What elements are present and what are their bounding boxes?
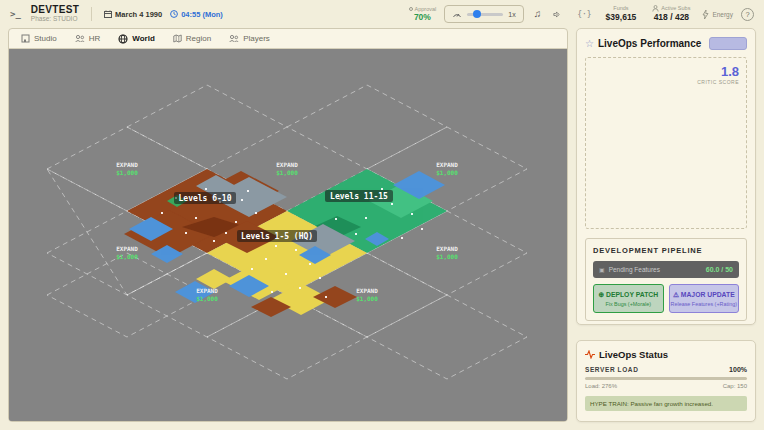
expand-cell[interactable]: EXPAND $1,000	[116, 245, 138, 260]
svg-text:$1,000: $1,000	[116, 253, 138, 260]
svg-text:$1,000: $1,000	[116, 169, 138, 176]
date-text: March 4 1990	[115, 10, 162, 19]
tab-label: Players	[243, 34, 270, 43]
svg-text:EXPAND: EXPAND	[436, 245, 458, 252]
tab-label: Studio	[34, 34, 57, 43]
deploy-patch-sublabel: Fix Bugs (+Morale)	[605, 301, 651, 307]
approval-value: 70%	[409, 12, 437, 22]
help-button[interactable]: ?	[741, 8, 754, 21]
game-speed-control[interactable]: 1x	[444, 5, 523, 23]
status-title: LiveOps Status	[599, 349, 668, 360]
bolt-icon	[702, 10, 709, 19]
people-icon	[229, 34, 239, 43]
clock-icon	[170, 10, 178, 18]
svg-text:EXPAND: EXPAND	[116, 245, 138, 252]
tab-label: Region	[186, 34, 211, 43]
expand-cell[interactable]: EXPAND $1,000	[276, 161, 298, 176]
speed-value: 1x	[508, 11, 515, 18]
deploy-patch-label: DEPLOY PATCH	[606, 291, 658, 298]
speed-slider-knob[interactable]	[473, 10, 481, 18]
svg-text:EXPAND: EXPAND	[116, 161, 138, 168]
server-load-label: SERVER LOAD	[585, 366, 638, 373]
top-bar: >_ DEVTEST Phase: STUDIO March 4 1990 04…	[0, 0, 764, 28]
liveops-status-card: LiveOps Status SERVER LOAD 100% Load: 27…	[576, 340, 756, 422]
hype-train-badge: HYPE TRAIN: Passive fan growth increased…	[585, 396, 747, 411]
date-display: March 4 1990	[104, 10, 162, 19]
performance-chart-panel: 1.8 CRITIC SCORE	[585, 57, 747, 229]
load-detail: Load: 276%	[585, 383, 617, 389]
development-pipeline-panel: DEVELOPMENT PIPELINE ▣ Pending Features …	[585, 238, 747, 321]
svg-text:$1,000: $1,000	[436, 169, 458, 176]
activity-pulse-icon	[585, 350, 595, 359]
world-panel: Studio HR World Regi	[8, 28, 568, 422]
game-title-block: DEVTEST Phase: STUDIO	[31, 5, 79, 22]
funds-value: $39,615	[606, 12, 637, 23]
gauge-icon	[452, 10, 462, 19]
tab-label: HR	[89, 34, 101, 43]
map-icon	[173, 34, 182, 43]
svg-text:$1,000: $1,000	[356, 295, 378, 302]
world-map-canvas: EXPAND $1,000 EXPAND $1,000 EXPAND $1,00…	[9, 49, 567, 422]
world-map[interactable]: EXPAND $1,000 EXPAND $1,000 EXPAND $1,00…	[9, 49, 567, 422]
svg-text:EXPAND: EXPAND	[196, 287, 218, 294]
svg-text:$1,000: $1,000	[436, 253, 458, 260]
svg-text:EXPAND: EXPAND	[356, 287, 378, 294]
major-update-button[interactable]: ⚠ MAJOR UPDATE Release Features (+Rating…	[669, 284, 740, 313]
expand-cell[interactable]: EXPAND $1,000	[196, 287, 218, 302]
expand-cell[interactable]: EXPAND $1,000	[436, 161, 458, 176]
performance-action-button[interactable]	[709, 37, 747, 50]
feature-box-icon: ▣	[599, 266, 605, 273]
subs-display: Active Subs 418 / 428	[652, 5, 690, 23]
console-icon[interactable]: {·}	[577, 10, 591, 19]
major-update-label: MAJOR UPDATE	[681, 291, 735, 298]
tab-region[interactable]: Region	[173, 34, 211, 43]
approval-label: Approval	[415, 6, 437, 13]
tab-world[interactable]: World	[118, 34, 155, 44]
calendar-icon	[104, 10, 112, 18]
people-icon	[75, 34, 85, 43]
svg-text:EXPAND: EXPAND	[436, 161, 458, 168]
pipeline-title: DEVELOPMENT PIPELINE	[593, 246, 739, 255]
energy-toggle[interactable]: Energy	[702, 10, 733, 19]
pending-features-bar: ▣ Pending Features 60.0 / 50	[593, 261, 739, 278]
funds-label: Funds	[613, 5, 628, 12]
svg-text:Levels 1-5 (HQ): Levels 1-5 (HQ)	[241, 232, 313, 241]
terminal-icon[interactable]: >_	[10, 9, 21, 19]
music-toggle-icon[interactable]: ♫	[532, 7, 544, 21]
performance-title: LiveOps Performance	[598, 38, 701, 49]
person-icon	[652, 5, 659, 12]
major-update-sublabel: Release Features (+Rating)	[671, 301, 737, 307]
tab-hr[interactable]: HR	[75, 34, 101, 43]
tab-players[interactable]: Players	[229, 34, 270, 43]
star-icon: ☆	[585, 38, 594, 49]
divider	[91, 7, 92, 21]
tab-studio[interactable]: Studio	[21, 34, 57, 43]
phase-label: Phase: STUDIO	[31, 16, 79, 23]
expand-cell[interactable]: EXPAND $1,000	[356, 287, 378, 302]
globe-icon	[118, 34, 128, 44]
speaker-icon[interactable]	[551, 9, 563, 20]
time-display: 04:55 (Mon)	[170, 10, 223, 19]
expand-cell[interactable]: EXPAND $1,000	[436, 245, 458, 260]
critic-score-label: CRITIC SCORE	[697, 79, 739, 85]
speed-slider[interactable]	[467, 13, 503, 16]
deploy-icon: ⊕	[598, 291, 604, 298]
svg-text:Levels 6-10: Levels 6-10	[179, 194, 232, 203]
cap-detail: Cap: 150	[723, 383, 747, 389]
approval-icon	[409, 7, 413, 11]
expand-cell[interactable]: EXPAND $1,000	[116, 161, 138, 176]
pending-features-value: 60.0 / 50	[706, 266, 733, 273]
warning-icon: ⚠	[673, 291, 679, 298]
pending-features-label: Pending Features	[609, 266, 660, 273]
svg-text:Levels 11-15: Levels 11-15	[330, 192, 388, 201]
energy-label: Energy	[712, 11, 733, 18]
svg-text:$1,000: $1,000	[196, 295, 218, 302]
svg-text:EXPAND: EXPAND	[276, 161, 298, 168]
server-load-bar	[585, 377, 747, 380]
subs-value: 418 / 428	[652, 12, 690, 23]
deploy-patch-button[interactable]: ⊕ DEPLOY PATCH Fix Bugs (+Morale)	[593, 284, 664, 313]
tab-label: World	[132, 34, 155, 43]
funds-display: Funds $39,615	[606, 5, 637, 23]
approval-display: Approval 70%	[409, 6, 437, 23]
plot-label: Levels 11-15	[325, 190, 393, 202]
